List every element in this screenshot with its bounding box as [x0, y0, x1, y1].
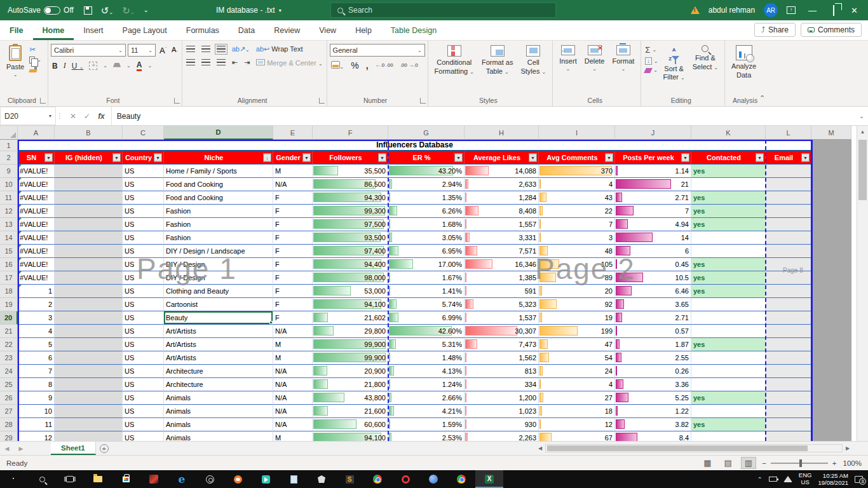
- row-header-16[interactable]: 16: [0, 258, 18, 271]
- cell-er[interactable]: 42.60%: [388, 325, 465, 338]
- cell-posts[interactable]: 5.25: [615, 391, 691, 405]
- cell-sn[interactable]: 2: [18, 298, 55, 311]
- cell-ig-hidden[interactable]: [55, 218, 123, 231]
- cell-email[interactable]: [766, 418, 811, 431]
- font-color-dropdown[interactable]: ⌄: [147, 63, 152, 69]
- filter-dropdown-icon[interactable]: ▼: [154, 154, 162, 162]
- taskbar-file-explorer-button[interactable]: [84, 470, 112, 488]
- grow-font-button[interactable]: Aˆ: [158, 46, 168, 55]
- cell-likes[interactable]: 7,571: [465, 245, 539, 258]
- cell-email[interactable]: [766, 258, 811, 271]
- increase-indent-icon[interactable]: ⇥: [244, 58, 250, 67]
- cell-posts[interactable]: 3.82: [615, 418, 691, 431]
- cell-niche[interactable]: Architecture: [164, 378, 273, 391]
- cell-comments[interactable]: 18: [539, 405, 615, 418]
- cell-comments[interactable]: 370: [539, 165, 615, 178]
- cell-ig-hidden[interactable]: [55, 178, 123, 191]
- taskbar-task-view-button[interactable]: [56, 470, 84, 488]
- tab-page-layout[interactable]: Page Layout: [113, 20, 177, 40]
- cell-email[interactable]: [766, 378, 811, 391]
- cell-posts[interactable]: 0.57: [615, 325, 691, 338]
- language-indicator[interactable]: ENGUS: [799, 472, 812, 486]
- cell-er[interactable]: 4.13%: [388, 365, 465, 378]
- cell-email[interactable]: [766, 405, 811, 418]
- cell-likes[interactable]: 1,562: [465, 351, 539, 365]
- share-button[interactable]: ⤴Share: [754, 23, 796, 37]
- cell-followers[interactable]: 94,100: [313, 298, 388, 311]
- row-header-26[interactable]: 26: [0, 391, 18, 405]
- cell-country[interactable]: US: [123, 365, 164, 378]
- formula-input[interactable]: Beauty: [112, 107, 855, 125]
- cell-sn[interactable]: 6: [18, 351, 55, 365]
- cell-email[interactable]: [766, 218, 811, 231]
- search-input[interactable]: Search: [330, 3, 556, 18]
- cell-comments[interactable]: 27: [539, 391, 615, 405]
- cell-sn[interactable]: 1: [18, 285, 55, 298]
- cell-comments[interactable]: 12: [539, 418, 615, 431]
- cell-er[interactable]: 1.67%: [388, 271, 465, 285]
- cell-contacted[interactable]: [691, 298, 766, 311]
- taskbar-notepad-button[interactable]: [280, 470, 308, 488]
- page-break-dashed-line-2[interactable]: [765, 140, 766, 441]
- cell-er[interactable]: 6.99%: [388, 311, 465, 325]
- cell-gender[interactable]: F: [273, 285, 313, 298]
- cell-niche[interactable]: Animals: [164, 418, 273, 431]
- zoom-level[interactable]: 100%: [843, 459, 862, 467]
- cell-country[interactable]: US: [123, 338, 164, 351]
- cell-ig-hidden[interactable]: [55, 391, 123, 405]
- cell-country[interactable]: US: [123, 191, 164, 205]
- cell-posts[interactable]: 3.36: [615, 378, 691, 391]
- filter-dropdown-icon[interactable]: ▼: [112, 154, 121, 162]
- cell-gender[interactable]: F: [273, 311, 313, 325]
- cell-likes[interactable]: 1,023: [465, 405, 539, 418]
- fill-button[interactable]: ↓⌄: [645, 57, 658, 65]
- tab-insert[interactable]: Insert: [74, 20, 112, 40]
- borders-icon[interactable]: [89, 62, 97, 70]
- notifications-icon[interactable]: 3: [855, 476, 863, 483]
- cell-likes[interactable]: 5,323: [465, 298, 539, 311]
- cell-sn[interactable]: 11: [18, 418, 55, 431]
- taskbar-microsoft-store-button[interactable]: [112, 470, 140, 488]
- cell-gender[interactable]: F: [273, 298, 313, 311]
- cell-likes[interactable]: 591: [465, 285, 539, 298]
- cell-gender[interactable]: M: [273, 338, 313, 351]
- cell-comments[interactable]: 20: [539, 285, 615, 298]
- normal-view-icon[interactable]: ▦: [700, 458, 714, 468]
- cell-likes[interactable]: 8,408: [465, 205, 539, 218]
- cell-er[interactable]: 17.00%: [388, 258, 465, 271]
- cell-comments[interactable]: 47: [539, 338, 615, 351]
- select-all-corner[interactable]: [0, 126, 18, 140]
- filter-dropdown-icon[interactable]: ▼: [378, 154, 386, 162]
- cell-niche[interactable]: Clothing and Beauty: [164, 285, 273, 298]
- tab-file[interactable]: File: [0, 20, 33, 40]
- decrease-indent-icon[interactable]: ⇤: [232, 58, 238, 67]
- cell-sn[interactable]: 12: [18, 431, 55, 441]
- cell-country[interactable]: US: [123, 165, 164, 178]
- format-painter-button[interactable]: [29, 66, 41, 72]
- cell-contacted[interactable]: yes: [691, 218, 766, 231]
- cell-gender[interactable]: F: [273, 271, 313, 285]
- percent-style-button[interactable]: %: [351, 60, 358, 71]
- sheet-tab-sheet1[interactable]: Sheet1: [51, 442, 96, 455]
- cell-comments[interactable]: 89: [539, 271, 615, 285]
- scroll-left-icon[interactable]: ◀: [535, 445, 545, 451]
- horizontal-scrollbar[interactable]: ◀ ▶: [535, 444, 853, 453]
- filter-dropdown-icon[interactable]: ▼: [681, 154, 689, 162]
- cell-sn[interactable]: 9: [18, 391, 55, 405]
- cell-contacted[interactable]: yes: [691, 285, 766, 298]
- cell-gender[interactable]: F: [273, 245, 313, 258]
- cell-country[interactable]: US: [123, 351, 164, 365]
- cell-email[interactable]: [766, 391, 811, 405]
- column-header-K[interactable]: K: [691, 126, 766, 140]
- cell-er[interactable]: 1.48%: [388, 351, 465, 365]
- cell-ig-hidden[interactable]: [55, 351, 123, 365]
- cell-sn[interactable]: #VALUE!: [18, 218, 55, 231]
- cell-sn[interactable]: 8: [18, 378, 55, 391]
- row-header-9[interactable]: 9: [0, 165, 18, 178]
- cell-contacted[interactable]: yes: [691, 165, 766, 178]
- cell-contacted[interactable]: yes: [691, 338, 766, 351]
- cell-country[interactable]: US: [123, 391, 164, 405]
- collapse-ribbon-icon[interactable]: ⌃: [759, 94, 765, 102]
- comma-style-button[interactable]: ,: [366, 60, 369, 71]
- cell-gender[interactable]: M: [273, 431, 313, 441]
